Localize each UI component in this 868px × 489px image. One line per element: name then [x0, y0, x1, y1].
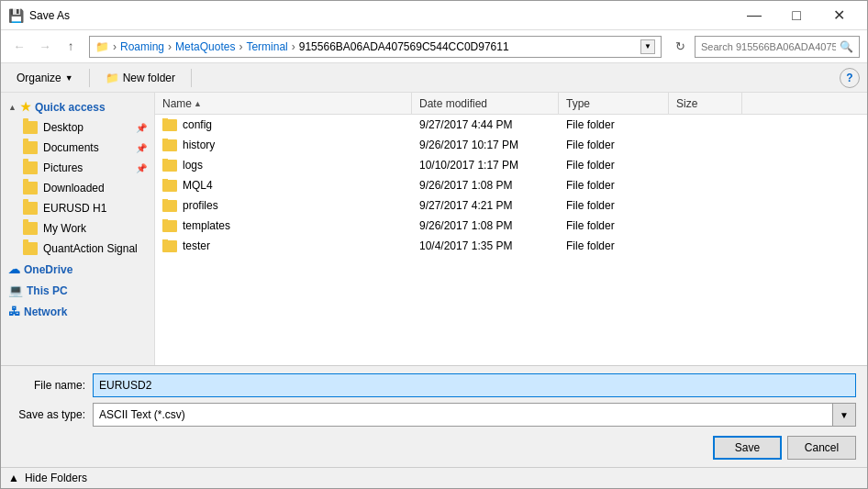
search-bar: 🔍 — [695, 36, 860, 58]
toolbar-separator-2 — [191, 69, 192, 87]
minimize-button[interactable]: — — [733, 1, 775, 30]
nav-bar: ← → ↑ 📁 › Roaming › MetaQuotes › Termina… — [1, 30, 867, 63]
new-folder-icon: 📁 — [106, 72, 119, 84]
file-cell-name: MQL4 — [155, 179, 412, 192]
toolbar: Organize ▼ 📁 New folder ? — [1, 63, 867, 93]
network-label: Network — [24, 306, 67, 318]
sidebar-item-desktop[interactable]: Desktop 📌 — [1, 117, 154, 138]
table-row[interactable]: logs 10/10/2017 1:17 PM File folder — [155, 155, 867, 175]
sidebar-item-mywork-label: My Work — [43, 222, 86, 235]
col-header-name[interactable]: Name ▲ — [155, 93, 412, 114]
breadcrumb-folder-icon: 📁 — [95, 40, 109, 53]
hide-folders-bar[interactable]: ▲ Hide Folders — [1, 467, 867, 488]
save-label: Save — [735, 441, 760, 454]
close-button[interactable]: ✕ — [818, 1, 860, 30]
col-header-size[interactable]: Size — [669, 93, 742, 114]
onedrive-icon: ☁ — [8, 262, 20, 276]
folder-icon — [162, 180, 177, 192]
breadcrumb-dropdown[interactable]: ▼ — [640, 39, 655, 54]
filename-row: File name: — [12, 373, 856, 397]
save-button[interactable]: Save — [713, 436, 782, 460]
bottom-buttons: Save Cancel — [12, 432, 856, 460]
window-icon: 💾 — [8, 8, 24, 23]
organize-label: Organize — [17, 72, 61, 84]
table-row[interactable]: templates 9/26/2017 1:08 PM File folder — [155, 216, 867, 236]
mywork-icon — [23, 221, 38, 236]
help-label: ? — [846, 72, 852, 84]
onedrive-label: OneDrive — [24, 263, 72, 276]
folder-icon — [162, 139, 177, 151]
sidebar-item-downloaded[interactable]: Downloaded — [1, 178, 154, 198]
sidebar-item-documents[interactable]: Documents 📌 — [1, 138, 154, 158]
refresh-button[interactable]: ↻ — [669, 36, 691, 58]
breadcrumb-terminal[interactable]: Terminal — [246, 40, 287, 53]
documents-icon — [23, 140, 38, 155]
file-cell-date: 9/27/2017 4:21 PM — [412, 199, 559, 212]
file-list-header: Name ▲ Date modified Type Size — [155, 93, 867, 115]
table-row[interactable]: MQL4 9/26/2017 1:08 PM File folder — [155, 175, 867, 195]
sidebar-section-quick-access[interactable]: ▲ ★ Quick access — [1, 96, 154, 117]
thispc-icon: 💻 — [8, 283, 23, 297]
filetype-row: Save as type: ASCII Text (*.csv)CSV (*.c… — [12, 403, 856, 427]
breadcrumb-sep-1: › — [168, 40, 172, 53]
folder-icon — [162, 160, 177, 172]
search-icon: 🔍 — [840, 40, 853, 53]
hide-folders-chevron-icon: ▲ — [8, 472, 19, 484]
quick-access-chevron-icon: ▲ — [8, 103, 17, 112]
sidebar-item-pictures[interactable]: Pictures 📌 — [1, 158, 154, 178]
sidebar-item-network[interactable]: 🖧 Network — [1, 301, 154, 322]
file-cell-type: File folder — [559, 179, 669, 192]
filetype-wrapper: ASCII Text (*.csv)CSV (*.csv)All Files (… — [93, 403, 856, 427]
up-button[interactable]: ↑ — [60, 36, 82, 58]
toolbar-separator — [89, 69, 90, 87]
organize-button[interactable]: Organize ▼ — [8, 67, 82, 89]
filetype-select[interactable]: ASCII Text (*.csv)CSV (*.csv)All Files (… — [93, 403, 856, 427]
filename-input[interactable] — [93, 373, 856, 397]
sidebar-item-thispc[interactable]: 💻 This PC — [1, 280, 154, 301]
thispc-label: This PC — [27, 284, 68, 297]
folder-icon — [162, 240, 177, 252]
search-input[interactable] — [701, 41, 836, 52]
file-cell-type: File folder — [559, 219, 669, 232]
col-header-type[interactable]: Type — [559, 93, 669, 114]
file-cell-name: templates — [155, 219, 412, 232]
table-row[interactable]: config 9/27/2017 4:44 PM File folder — [155, 115, 867, 135]
save-as-dialog: 💾 Save As — □ ✕ ← → ↑ 📁 › Roaming › Meta… — [0, 0, 868, 489]
file-rows-container: config 9/27/2017 4:44 PM File folder his… — [155, 115, 867, 256]
sidebar-item-eurusd[interactable]: EURUSD H1 — [1, 198, 154, 218]
filetype-label: Save as type: — [12, 408, 85, 421]
new-folder-button[interactable]: 📁 New folder — [97, 67, 184, 89]
file-cell-name: profiles — [155, 199, 412, 212]
breadcrumb-roaming[interactable]: Roaming — [120, 40, 164, 53]
sidebar-item-downloaded-label: Downloaded — [43, 182, 105, 194]
maximize-button[interactable]: □ — [775, 1, 818, 30]
sidebar-item-quantaction[interactable]: QuantAction Signal — [1, 239, 154, 259]
back-button[interactable]: ← — [8, 36, 30, 58]
breadcrumb-sep-0: › — [113, 40, 117, 53]
sidebar-item-eurusd-label: EURUSD H1 — [43, 202, 106, 215]
col-header-date[interactable]: Date modified — [412, 93, 559, 114]
pictures-pin-icon: 📌 — [136, 163, 147, 173]
sidebar-item-quantaction-label: QuantAction Signal — [43, 242, 138, 255]
sidebar-item-onedrive[interactable]: ☁ OneDrive — [1, 259, 154, 280]
filename-label: File name: — [12, 379, 85, 392]
breadcrumb-sep-3: › — [292, 40, 295, 53]
file-list: Name ▲ Date modified Type Size config — [155, 93, 867, 365]
table-row[interactable]: history 9/26/2017 10:17 PM File folder — [155, 135, 867, 155]
table-row[interactable]: tester 10/4/2017 1:35 PM File folder — [155, 236, 867, 256]
table-row[interactable]: profiles 9/27/2017 4:21 PM File folder — [155, 195, 867, 216]
file-cell-date: 9/27/2017 4:44 PM — [412, 118, 559, 131]
folder-icon — [162, 220, 177, 232]
file-cell-type: File folder — [559, 118, 669, 131]
breadcrumb-metaquotes[interactable]: MetaQuotes — [175, 40, 235, 53]
file-cell-date: 10/4/2017 1:35 PM — [412, 239, 559, 252]
folder-icon — [162, 200, 177, 212]
forward-button[interactable]: → — [34, 36, 56, 58]
cancel-button[interactable]: Cancel — [787, 436, 856, 460]
desktop-pin-icon: 📌 — [136, 123, 147, 133]
desktop-icon — [23, 120, 38, 135]
sidebar-item-pictures-label: Pictures — [43, 161, 83, 174]
sidebar-item-mywork[interactable]: My Work — [1, 218, 154, 239]
eurusd-icon — [23, 201, 38, 216]
help-button[interactable]: ? — [840, 68, 860, 88]
